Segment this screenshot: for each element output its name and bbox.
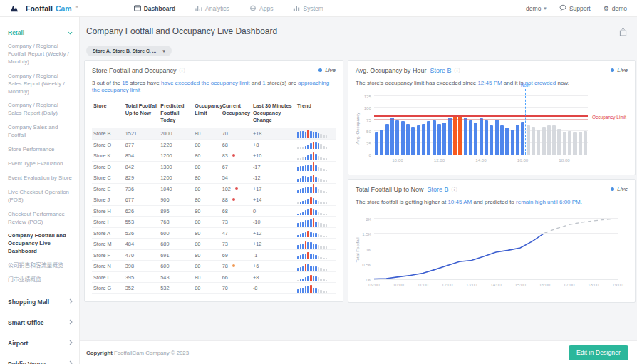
trend-bar — [315, 210, 317, 215]
sidebar-group-retail[interactable]: Retail — [8, 29, 73, 36]
trend-sparkline — [297, 229, 334, 237]
chart-bar — [464, 118, 467, 155]
sidebar-item[interactable]: Company / Regional Sales Report (Daily) — [8, 102, 73, 118]
share-button[interactable] — [618, 27, 628, 39]
occupancy-change-cell: +12 — [252, 239, 296, 250]
summary-link[interactable]: have exceeded the occupancy limit — [161, 80, 250, 86]
trend-bar — [315, 132, 317, 137]
table-row[interactable]: Store M4846898073+12 — [92, 239, 336, 250]
trend-bar — [310, 275, 312, 281]
table-row[interactable]: Store J6779068088+14 — [92, 194, 336, 206]
sidebar-item[interactable]: Company / Regional Footfall Report (Week… — [8, 43, 73, 66]
nav-tab-system[interactable]: System — [293, 5, 323, 12]
table-row[interactable]: Store G3525328070-8 — [92, 283, 336, 294]
table-row[interactable]: Store O87712208068+8 — [92, 139, 336, 150]
trend-bar — [320, 246, 322, 248]
table-row[interactable]: Store D84213008067-17 — [92, 161, 336, 172]
brand-logo[interactable]: FootfallCam™ — [26, 4, 78, 13]
footfall-predicted-line — [544, 219, 618, 233]
trend-bar — [302, 279, 304, 282]
sidebar-item[interactable]: Company Sales and Footfall — [8, 124, 73, 140]
sidebar-group-shopping-mall[interactable]: Shopping Mall — [8, 298, 73, 306]
table-row[interactable]: Store K85412008083+10 — [92, 150, 336, 162]
trend-cell — [296, 261, 336, 272]
live-dot-icon — [611, 187, 614, 191]
trend-bar — [305, 146, 307, 150]
chart-bar — [542, 127, 546, 155]
apps-icon — [249, 5, 257, 11]
column-header: Trend — [296, 100, 336, 128]
chart-bar — [380, 130, 383, 155]
table-row[interactable]: Store H62689580680 — [92, 205, 336, 217]
table-row[interactable]: Store E736104080102+17 — [92, 183, 336, 194]
nav-tab-apps[interactable]: Apps — [249, 5, 273, 12]
sidebar-item[interactable]: 门市业绩概览 — [8, 276, 73, 284]
info-icon[interactable]: ⓘ — [454, 66, 460, 74]
trend-bar — [315, 255, 317, 259]
summary-link[interactable]: 12:45 PM — [477, 80, 502, 86]
trend-bar — [297, 235, 299, 237]
table-row[interactable]: Store L3955438066+8 — [92, 271, 336, 283]
edit-in-designer-button[interactable]: Edit in Designer — [569, 345, 628, 360]
trend-bar — [315, 187, 317, 193]
store-selector-link[interactable]: Store B — [430, 67, 451, 74]
chart-bar — [495, 120, 499, 155]
store-filter-dropdown[interactable]: Store A, Store B, Store C, ... ▾ — [86, 46, 172, 56]
table-row[interactable]: Store B152120008070+18 — [92, 128, 336, 140]
sidebar-item[interactable]: Checkout Performance Review (POS) — [8, 211, 73, 227]
settings-menu[interactable]: ⚙ demo — [604, 5, 627, 12]
trend-bar — [313, 266, 315, 271]
column-header: Last 30 MinutesOccupancy Change — [252, 100, 296, 128]
footfall-summary: The store footfall is getting higher at … — [356, 199, 628, 206]
table-row[interactable]: Store C82912008054-12 — [92, 172, 336, 184]
trend-bar — [323, 169, 325, 171]
nav-tab-analytics[interactable]: Analytics — [195, 5, 229, 12]
sidebar-item[interactable]: Event Evaluation by Store — [8, 175, 73, 182]
trend-bar — [326, 180, 328, 182]
sidebar-item[interactable]: 公司销售和客流量概览 — [8, 262, 73, 270]
nav-tab-dashboard[interactable]: Dashboard — [134, 5, 175, 12]
info-icon[interactable]: ⓘ — [452, 185, 457, 193]
sidebar-group-public-venue[interactable]: Public Venue — [8, 360, 73, 364]
sidebar-item[interactable]: Store Performance — [8, 146, 73, 154]
table-row[interactable]: Store N3986008078+6 — [92, 261, 336, 272]
info-icon[interactable]: ⓘ — [180, 66, 185, 74]
summary-text: now. — [556, 80, 569, 86]
summary-link[interactable]: remain high until 6:00 PM. — [516, 199, 582, 205]
table-row[interactable]: Store A5366008047+12 — [92, 227, 336, 239]
current-occupancy-cell: 68 — [221, 139, 252, 150]
store-name-cell: Store M — [92, 239, 124, 250]
current-occupancy-cell: 102 — [221, 183, 252, 194]
occupancy-change-cell: +8 — [252, 271, 296, 283]
store-name-cell: Store L — [92, 271, 124, 283]
trend-bar — [323, 146, 325, 150]
summary-link[interactable]: 15 — [122, 80, 128, 86]
sidebar-item[interactable]: Event Type Evaluation — [8, 160, 73, 168]
account-menu[interactable]: demo ▾ — [526, 5, 547, 12]
trend-bar — [300, 158, 302, 160]
total-footfall-cell: 677 — [124, 194, 160, 206]
sidebar-group-airport[interactable]: Airport — [8, 340, 73, 347]
sidebar-item[interactable]: Live Checkout Operation (POS) — [8, 189, 73, 204]
total-footfall-cell: 536 — [124, 227, 160, 239]
trend-bar — [305, 187, 307, 193]
trend-bar — [318, 267, 320, 271]
sidebar-item[interactable]: Company / Regional Sales Report (Weekly … — [8, 73, 73, 96]
trend-bar — [310, 131, 312, 137]
footfall-line-chart — [374, 212, 618, 279]
predicted-footfall-cell: 895 — [159, 205, 193, 217]
sidebar-item[interactable]: Company Footfall and Occupancy Live Dash… — [8, 232, 73, 256]
table-row[interactable]: Store F4706918069-1 — [92, 249, 336, 261]
trend-bar — [320, 134, 322, 138]
trend-bar — [313, 142, 315, 150]
sidebar-group-smart-office[interactable]: Smart Office — [8, 319, 73, 326]
store-selector-link[interactable]: Store B — [428, 186, 449, 193]
occupancy-change-cell: -10 — [252, 217, 296, 228]
occupancy-limit-cell: 80 — [193, 139, 220, 150]
trend-cell — [296, 283, 336, 294]
trend-bar — [326, 291, 328, 292]
trend-bar — [323, 158, 325, 160]
summary-link[interactable]: 10:45 AM — [447, 199, 472, 205]
support-link[interactable]: Support — [559, 4, 591, 13]
table-row[interactable]: Store I5537688073-10 — [92, 217, 336, 228]
